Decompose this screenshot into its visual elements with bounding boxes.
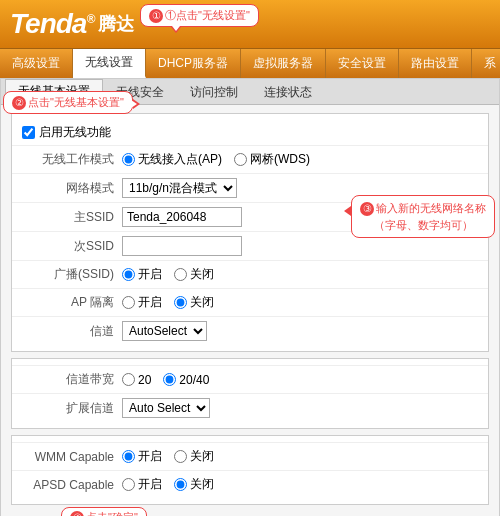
callout-3-arrow — [344, 206, 351, 216]
logo-text: Tenda — [10, 8, 86, 39]
work-mode-label: 无线工作模式 — [22, 151, 122, 168]
enable-wireless-checkbox[interactable] — [22, 126, 35, 139]
broadcast-ssid-control: 开启 关闭 — [122, 266, 478, 283]
nav-wireless-settings[interactable]: 无线设置 — [73, 49, 146, 78]
main-ssid-label: 主SSID — [22, 209, 122, 226]
form-area: ③输入新的无线网络名称 （字母、数字均可） 启用无线功能 无线工作模式 无线接入… — [1, 105, 499, 516]
network-mode-select[interactable]: 11b/g/n混合模式 11b/g模式 11n模式 — [122, 178, 237, 198]
broadcast-off[interactable]: 关闭 — [174, 266, 214, 283]
channel-label: 信道 — [22, 323, 122, 340]
apsd-label: APSD Capable — [22, 478, 122, 492]
ap-isolation-on[interactable]: 开启 — [122, 294, 162, 311]
logo: Tenda® — [10, 8, 94, 40]
work-mode-wds[interactable]: 网桥(WDS) — [234, 151, 310, 168]
sub-nav-container: 无线基本设置 无线安全 访问控制 连接状态 ②点击"无线基本设置" — [1, 79, 499, 105]
header: Tenda® 腾达 ①①点击"无线设置" — [0, 0, 500, 48]
channel-bw-label: 信道带宽 — [22, 371, 122, 388]
channel-bw-control: 20 20/40 — [122, 373, 478, 387]
network-mode-label: 网络模式 — [22, 180, 122, 197]
broadcast-on[interactable]: 开启 — [122, 266, 162, 283]
ap-isolation-row: AP 隔离 开启 关闭 — [12, 288, 488, 316]
bw-2040[interactable]: 20/40 — [163, 373, 209, 387]
extended-channel-select[interactable]: Auto Select 上方 下方 — [122, 398, 210, 418]
channel-bw-row: 信道带宽 20 20/40 — [12, 365, 488, 393]
nav-system[interactable]: 系 — [472, 49, 500, 78]
work-mode-control: 无线接入点(AP) 网桥(WDS) — [122, 151, 478, 168]
wmm-control: 开启 关闭 — [122, 448, 478, 465]
nav-advanced-settings[interactable]: 高级设置 — [0, 49, 73, 78]
nav-virtual-server[interactable]: 虚拟服务器 — [241, 49, 326, 78]
callout-1: ①①点击"无线设置" — [140, 4, 259, 27]
apsd-row: APSD Capable 开启 关闭 — [12, 470, 488, 498]
nav-dhcp[interactable]: DHCP服务器 — [146, 49, 241, 78]
wmm-off[interactable]: 关闭 — [174, 448, 214, 465]
button-row: ④点击"确定" 确定 取消 — [11, 511, 489, 516]
content-area: 无线基本设置 无线安全 访问控制 连接状态 ②点击"无线基本设置" ③输入新的无… — [0, 78, 500, 516]
wmm-on[interactable]: 开启 — [122, 448, 162, 465]
work-mode-row: 无线工作模式 无线接入点(AP) 网桥(WDS) — [12, 145, 488, 173]
logo-chinese: 腾达 — [98, 12, 134, 36]
enable-wireless-label: 启用无线功能 — [39, 124, 111, 141]
main-ssid-input[interactable] — [122, 207, 242, 227]
secondary-ssid-input[interactable] — [122, 236, 242, 256]
enable-wireless-row: 启用无线功能 — [12, 120, 488, 145]
apsd-off[interactable]: 关闭 — [174, 476, 214, 493]
form-section-3: WMM Capable 开启 关闭 APSD Capable — [11, 435, 489, 505]
broadcast-ssid-row: 广播(SSID) 开启 关闭 — [12, 260, 488, 288]
logo-reg: ® — [86, 12, 94, 26]
form-section-2: 信道带宽 20 20/40 扩展信道 Auto Se — [11, 358, 489, 429]
callout-2-arrow-inner — [131, 100, 137, 108]
apsd-on[interactable]: 开启 — [122, 476, 162, 493]
bw-20[interactable]: 20 — [122, 373, 151, 387]
channel-row: 信道 AutoSelect 123 611 — [12, 316, 488, 345]
wmm-label: WMM Capable — [22, 450, 122, 464]
callout-2: ②点击"无线基本设置" — [3, 91, 133, 114]
nav-security[interactable]: 安全设置 — [326, 49, 399, 78]
secondary-ssid-label: 次SSID — [22, 238, 122, 255]
extended-channel-label: 扩展信道 — [22, 400, 122, 417]
ap-isolation-label: AP 隔离 — [22, 294, 122, 311]
ap-isolation-off[interactable]: 关闭 — [174, 294, 214, 311]
callout-3: ③输入新的无线网络名称 （字母、数字均可） — [351, 195, 495, 238]
extended-channel-row: 扩展信道 Auto Select 上方 下方 — [12, 393, 488, 422]
wmm-row: WMM Capable 开启 关闭 — [12, 442, 488, 470]
callout-4: ④点击"确定" — [61, 507, 147, 516]
secondary-ssid-control — [122, 236, 478, 256]
extended-channel-control: Auto Select 上方 下方 — [122, 398, 478, 418]
ap-isolation-control: 开启 关闭 — [122, 294, 478, 311]
main-nav: 高级设置 无线设置 DHCP服务器 虚拟服务器 安全设置 路由设置 系 — [0, 48, 500, 78]
sub-nav-access[interactable]: 访问控制 — [177, 79, 251, 104]
work-mode-ap[interactable]: 无线接入点(AP) — [122, 151, 222, 168]
broadcast-ssid-label: 广播(SSID) — [22, 266, 122, 283]
sub-nav-status[interactable]: 连接状态 — [251, 79, 325, 104]
apsd-control: 开启 关闭 — [122, 476, 478, 493]
channel-select[interactable]: AutoSelect 123 611 — [122, 321, 207, 341]
nav-routing[interactable]: 路由设置 — [399, 49, 472, 78]
channel-control: AutoSelect 123 611 — [122, 321, 478, 341]
